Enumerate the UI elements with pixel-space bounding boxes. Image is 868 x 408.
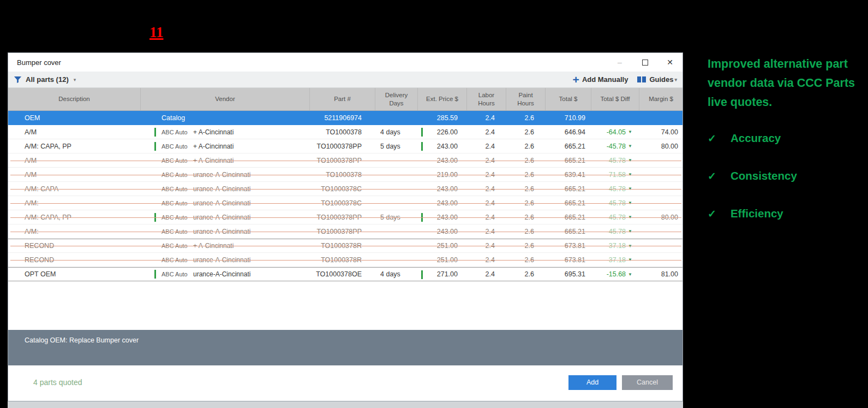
part-number-cell: TO1000378PP [309, 139, 375, 153]
arrow-down-icon: ▼ [628, 144, 632, 149]
column-header[interactable]: Total $ [545, 88, 591, 110]
vendor-name: ABC Auto [161, 157, 193, 164]
margin-cell [639, 239, 683, 252]
column-header[interactable]: Delivery Days [375, 88, 417, 110]
paint-hours-cell: 2.6 [506, 196, 545, 210]
paint-hours-cell: 2.6 [506, 268, 545, 281]
filter-dropdown[interactable]: All parts (12) ▾ [14, 75, 573, 84]
column-header[interactable]: Part # [309, 88, 375, 110]
close-button[interactable]: ✕ [657, 53, 683, 72]
diff-value: -45.78 [607, 143, 626, 150]
description-cell: A/M [8, 125, 140, 139]
diff-value: -71.58 [607, 171, 626, 179]
paint-hours-cell: 2.6 [506, 153, 545, 167]
table-row[interactable]: OPT OEMABC Autourance-A-CincinnatiTO1000… [8, 267, 683, 281]
labor-hours-cell: 2.4 [466, 111, 506, 125]
labor-hours-cell: 2.4 [466, 210, 506, 224]
guides-button[interactable]: Guides ▾ [637, 75, 677, 84]
check-icon: ✓ [708, 132, 716, 145]
table-row[interactable]: RECONDABC Autourance-A-CincinnatiTO10003… [8, 253, 683, 267]
column-header[interactable]: Vendor [140, 88, 309, 110]
column-header[interactable]: Paint Hours [506, 88, 545, 110]
vendor-location: urance-A-Cincinnati [193, 256, 250, 264]
annotation-number: 11 [149, 24, 164, 41]
vendor-name: ABC Auto [161, 200, 193, 206]
vendor-location: urance-A-Cincinnati [193, 228, 250, 235]
total-diff-cell: -71.58▼ [591, 168, 639, 181]
vendor-name: ABC Auto [161, 186, 193, 192]
vendor-name: ABC Auto [161, 228, 193, 235]
table-row[interactable]: A/MABC Auto+ A-CincinnatiTO10003784 days… [8, 125, 683, 139]
margin-cell [639, 196, 683, 210]
table-body: OEMCatalog5211906974285.592.42.6710.99A/… [8, 111, 683, 281]
add-button[interactable]: Add [568, 375, 616, 390]
checklist-label: Efficiency [731, 207, 783, 220]
paint-hours-cell: 2.6 [506, 139, 545, 153]
description-cell: RECOND [8, 239, 140, 252]
table-empty-area [8, 281, 683, 330]
quote-indicator-bar [154, 241, 156, 250]
column-header[interactable]: Description [8, 88, 140, 110]
diff-value: -45.78 [607, 228, 626, 235]
margin-cell [639, 153, 683, 167]
table-row[interactable]: A/M: CAPA, PPABC Autourance-A-Cincinnati… [8, 210, 683, 224]
total-diff-cell: -45.78▼ [591, 153, 639, 167]
table-row[interactable]: A/M:ABC Autourance-A-CincinnatiTO1000378… [8, 224, 683, 239]
table-row[interactable]: A/M:ABC Autourance-A-CincinnatiTO1000378… [8, 196, 683, 210]
vendor-cell: ABC Auto+ A-Cincinnati [140, 125, 309, 139]
quote-indicator-bar [154, 213, 156, 222]
vendor-cell: ABC Autourance-A-Cincinnati [140, 196, 309, 210]
table-row[interactable]: RECONDABC Auto+ A-CincinnatiTO1000378R25… [8, 239, 683, 253]
vendor-name: Catalog [161, 114, 185, 122]
total-cell: 665.21 [545, 210, 591, 224]
table-row[interactable]: A/MABC Autourance-A-CincinnatiTO10003782… [8, 168, 683, 182]
total-diff-cell: -45.78▼ [591, 210, 639, 224]
delivery-days-cell [375, 224, 417, 238]
vendor-location: + A-Cincinnati [193, 242, 234, 250]
margin-cell [639, 168, 683, 181]
table-row[interactable]: OEMCatalog5211906974285.592.42.6710.99 [8, 111, 683, 125]
side-panel: Improved alternative part vendor data vi… [708, 55, 858, 245]
vendor-name: ABC Auto [161, 143, 193, 150]
ext-price-cell: 251.00 [417, 239, 466, 252]
total-cell: 665.21 [545, 153, 591, 167]
margin-cell: 80.00 [639, 139, 683, 153]
total-diff-cell: -45.78▼ [591, 139, 639, 153]
total-cell: 673.81 [545, 239, 591, 252]
vendor-cell: ABC Autourance-A-Cincinnati [140, 253, 309, 267]
column-header[interactable]: Total $ Diff [591, 88, 639, 110]
total-cell: 665.21 [545, 139, 591, 153]
quote-indicator-bar [154, 170, 156, 179]
ext-price-cell: 243.00 [417, 182, 466, 196]
table-row[interactable]: A/M: CAPA, PPABC Auto+ A-CincinnatiTO100… [8, 139, 683, 153]
open-book-icon [637, 76, 646, 83]
paint-hours-cell: 2.6 [506, 111, 545, 125]
parts-quoted-status: 4 parts quoted [18, 378, 568, 387]
vendor-cell: Catalog [140, 111, 309, 125]
delivery-days-cell [375, 239, 417, 252]
quote-indicator-bar [421, 142, 423, 151]
description-cell: OEM [8, 111, 140, 125]
checklist-item: ✓Efficiency [708, 207, 858, 220]
total-diff-cell [591, 111, 639, 125]
part-number-cell: TO1000378PP [309, 210, 375, 224]
column-header[interactable]: Ext. Price $ [417, 88, 466, 110]
minimize-button[interactable]: – [607, 53, 632, 72]
table-row[interactable]: A/MABC Auto+ A-CincinnatiTO1000378PP243.… [8, 153, 683, 168]
vendor-name: ABC Auto [161, 172, 193, 178]
add-manually-button[interactable]: + Add Manually [573, 75, 628, 85]
delivery-days-cell [375, 182, 417, 196]
table-row[interactable]: A/M: CAPAABC Autourance-A-CincinnatiTO10… [8, 182, 683, 196]
slide-background: 11 Bumper cover – ✕ All parts (12) ▾ + [0, 0, 868, 408]
ext-price-cell: 219.00 [417, 168, 466, 181]
maximize-button[interactable] [632, 53, 657, 72]
margin-cell [639, 182, 683, 196]
description-cell: A/M: CAPA, PP [8, 210, 140, 224]
cancel-button[interactable]: Cancel [622, 375, 673, 390]
diff-value: -37.18 [607, 242, 626, 250]
arrow-down-icon: ▼ [628, 244, 632, 249]
delivery-days-cell: 4 days [375, 268, 417, 281]
column-header[interactable]: Labor Hours [466, 88, 506, 110]
total-diff-cell: -45.78▼ [591, 196, 639, 210]
column-header[interactable]: Margin $ [639, 88, 683, 110]
